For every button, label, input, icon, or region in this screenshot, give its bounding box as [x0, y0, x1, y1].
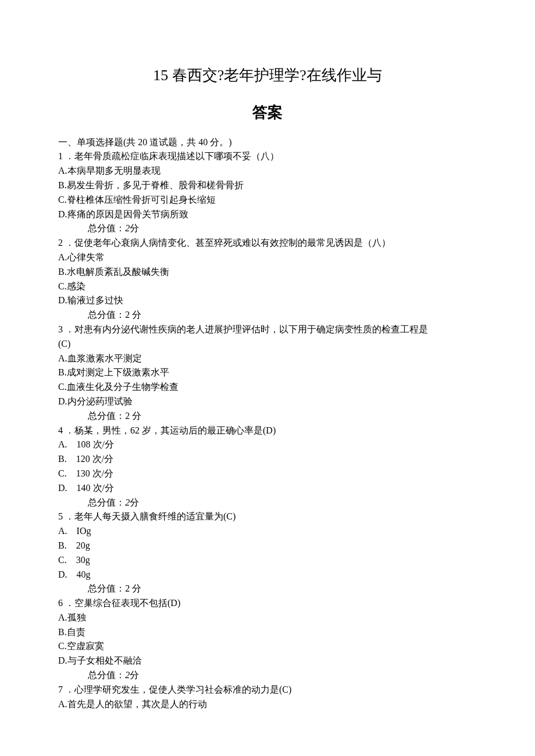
score-value: 2 [125, 670, 130, 680]
score-prefix: 总分值： [88, 497, 125, 507]
question-option: A.心律失常 [58, 250, 477, 265]
page-title: 15 春西交?老年护理学?在线作业与 [58, 64, 477, 87]
score-line: 总分值：2分 [58, 221, 477, 236]
question-option: B.易发生骨折，多见于脊椎、股骨和槎骨骨折 [58, 178, 477, 193]
question-stem: 6 ．空巢综合征表现不包括(D) [58, 596, 477, 611]
question-option: C.脊柱椎体压缩性骨折可引起身长缩短 [58, 193, 477, 207]
score-prefix: 总分值： [88, 670, 125, 680]
score-suffix: 分 [130, 497, 139, 507]
question-stem-line2: (C) [58, 337, 477, 352]
question-option: D. 140 次/分 [58, 481, 477, 496]
question-option: A.本病早期多无明显表现 [58, 164, 477, 178]
question-option: D.输液过多过快 [58, 293, 477, 308]
question-option: A. IOg [58, 524, 477, 539]
question-option: B. 20g [58, 539, 477, 553]
question-stem: 2 ．促使老年心衰病人病情变化、甚至猝死或难以有效控制的最常见诱因是（八） [58, 236, 477, 250]
page-subtitle: 答案 [58, 101, 477, 124]
question-stem: 1 ．老年骨质疏松症临床表现描述以下哪项不妥（八） [58, 149, 477, 164]
question-option: B.自责 [58, 625, 477, 640]
question-option: D.内分泌药理试验 [58, 395, 477, 409]
score-line: 总分值：2 分 [58, 409, 477, 424]
question-option: C.空虚寂寞 [58, 639, 477, 654]
section-header: 一、单项选择题(共 20 道试题，共 40 分。) [58, 135, 477, 150]
score-value: 2 [125, 223, 130, 233]
question-option: B.成对测定上下级激素水平 [58, 366, 477, 380]
question-option: A.首先是人的欲望，其次是人的行动 [58, 697, 477, 712]
question-option: A. 108 次/分 [58, 438, 477, 452]
question-option: C. 30g [58, 553, 477, 568]
question-option: D.与子女相处不融洽 [58, 654, 477, 668]
question-option: C.感染 [58, 280, 477, 294]
question-option: B. 120 次/分 [58, 452, 477, 467]
question-option: C. 130 次/分 [58, 467, 477, 481]
score-line: 总分值：2 分 [58, 582, 477, 596]
score-suffix: 分 [130, 670, 139, 680]
score-suffix: 分 [130, 223, 139, 233]
score-value: 2 [125, 497, 130, 507]
question-option: D.疼痛的原因是因骨关节病所致 [58, 207, 477, 222]
question-option: A.血浆激素水平测定 [58, 352, 477, 366]
question-option: A.孤独 [58, 611, 477, 625]
score-line: 总分值：2分 [58, 668, 477, 683]
question-stem: 7 ．心理学研究发生，促使人类学习社会标准的动力是(C) [58, 683, 477, 697]
question-stem: 4 ．杨某，男性，62 岁，其运动后的最正确心率是(D) [58, 424, 477, 438]
score-line: 总分值：2分 [58, 496, 477, 510]
question-stem: 3 ．对患有内分泌代谢性疾病的老人进展护理评估时，以下用于确定病变性质的检查工程… [58, 323, 477, 337]
question-option: B.水电解质紊乱及酸碱失衡 [58, 265, 477, 280]
question-stem: 5 ．老年人每天摄入膳食纤维的适宜量为(C) [58, 510, 477, 524]
question-option: D. 40g [58, 568, 477, 582]
score-prefix: 总分值： [88, 223, 125, 233]
question-option: C.血液生化及分子生物学检查 [58, 380, 477, 395]
score-line: 总分值：2 分 [58, 308, 477, 323]
